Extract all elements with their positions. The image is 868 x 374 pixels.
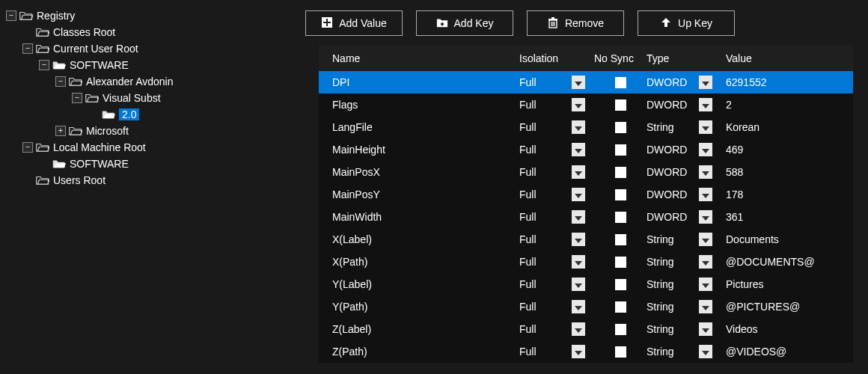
nosync-checkbox[interactable]: [615, 189, 626, 200]
table-row[interactable]: DPIFullDWORD6291552: [319, 71, 853, 94]
folder-open-icon: [69, 126, 82, 136]
cell-type: DWORD: [647, 99, 699, 111]
cell-name: X(Label): [332, 233, 519, 245]
tree-node-users-root[interactable]: Users Root: [6, 172, 293, 188]
table-row[interactable]: MainPosYFullDWORD178: [319, 183, 853, 206]
table-row[interactable]: Y(Label)FullStringPictures: [319, 273, 853, 295]
type-dropdown[interactable]: [699, 210, 712, 224]
isolation-dropdown[interactable]: [572, 98, 585, 111]
isolation-dropdown[interactable]: [572, 143, 585, 156]
up-key-button[interactable]: Up Key: [638, 10, 735, 36]
nosync-checkbox[interactable]: [615, 144, 626, 156]
nosync-checkbox[interactable]: [615, 257, 626, 268]
chevron-down-icon: [702, 166, 709, 178]
plus-box-icon: [321, 16, 333, 31]
button-label: Up Key: [678, 17, 712, 29]
isolation-dropdown[interactable]: [572, 165, 585, 179]
table-row[interactable]: MainWidthFullDWORD361: [319, 206, 853, 228]
col-header-value[interactable]: Value: [721, 52, 853, 64]
expander-icon[interactable]: −: [55, 76, 66, 87]
type-dropdown[interactable]: [699, 322, 712, 336]
table-row[interactable]: X(Label)FullStringDocuments: [319, 228, 853, 251]
tree-node-current-user-root[interactable]: − Current User Root: [6, 40, 293, 57]
nosync-checkbox[interactable]: [615, 77, 626, 88]
cell-name: MainHeight: [332, 144, 519, 156]
cell-type: String: [647, 323, 699, 335]
isolation-dropdown[interactable]: [572, 278, 585, 291]
add-key-button[interactable]: Add Key: [416, 10, 513, 36]
cell-type: DWORD: [647, 188, 699, 200]
isolation-dropdown[interactable]: [572, 188, 585, 201]
table-row[interactable]: FlagsFullDWORD2: [319, 94, 853, 116]
type-dropdown[interactable]: [699, 233, 712, 246]
type-dropdown[interactable]: [699, 255, 712, 269]
expander-icon[interactable]: +: [55, 126, 66, 136]
tree-node-software-lm[interactable]: SOFTWARE: [6, 156, 293, 172]
remove-button[interactable]: Remove: [527, 10, 624, 36]
cell-name: Z(Label): [332, 323, 519, 335]
tree-node-software[interactable]: − SOFTWARE: [6, 57, 293, 73]
nosync-checkbox[interactable]: [615, 212, 626, 223]
table-row[interactable]: MainHeightFullDWORD469: [319, 138, 853, 161]
isolation-dropdown[interactable]: [572, 322, 585, 336]
type-dropdown[interactable]: [699, 98, 712, 111]
tree-node-v20[interactable]: 2.0: [6, 106, 293, 123]
table-row[interactable]: Z(Path)FullString@VIDEOS@: [319, 340, 853, 363]
type-dropdown[interactable]: [699, 300, 712, 313]
table-row[interactable]: X(Path)FullString@DOCUMENTS@: [319, 251, 853, 273]
type-dropdown[interactable]: [699, 120, 712, 134]
chevron-down-icon: [575, 278, 582, 290]
type-dropdown[interactable]: [699, 345, 712, 358]
nosync-checkbox[interactable]: [615, 346, 626, 358]
add-value-button[interactable]: Add Value: [305, 10, 403, 36]
isolation-dropdown[interactable]: [572, 120, 585, 134]
isolation-dropdown[interactable]: [572, 233, 585, 246]
cell-isolation: Full: [519, 233, 572, 245]
expander-icon[interactable]: −: [22, 142, 33, 153]
cell-name: Flags: [332, 99, 519, 111]
nosync-checkbox[interactable]: [615, 279, 626, 290]
tree-node-local-machine-root[interactable]: − Local Machine Root: [6, 139, 293, 156]
nosync-checkbox[interactable]: [615, 122, 626, 133]
cell-type: String: [647, 233, 699, 245]
isolation-dropdown[interactable]: [572, 210, 585, 224]
type-dropdown[interactable]: [699, 278, 712, 291]
cell-isolation: Full: [519, 346, 572, 358]
table-row[interactable]: MainPosXFullDWORD588: [319, 161, 853, 183]
folder-open-icon: [36, 27, 49, 37]
nosync-checkbox[interactable]: [615, 301, 626, 313]
tree-node-visual-subst[interactable]: − Visual Subst: [6, 90, 293, 106]
tree-node-microsoft[interactable]: + Microsoft: [6, 123, 293, 139]
expander-icon[interactable]: −: [6, 10, 16, 21]
col-header-nosync[interactable]: No Sync: [594, 52, 647, 64]
table-row[interactable]: LangFileFullStringKorean: [319, 116, 853, 138]
col-header-isolation[interactable]: Isolation: [519, 52, 572, 64]
type-dropdown[interactable]: [699, 143, 712, 156]
type-dropdown[interactable]: [699, 165, 712, 179]
isolation-dropdown[interactable]: [572, 345, 585, 358]
tree-node-classes-root[interactable]: Classes Root: [6, 24, 293, 40]
expander-icon[interactable]: −: [39, 60, 49, 70]
tree-label: Visual Subst: [103, 92, 161, 104]
isolation-dropdown[interactable]: [572, 255, 585, 269]
isolation-dropdown[interactable]: [572, 76, 585, 89]
nosync-checkbox[interactable]: [615, 324, 626, 335]
table-row[interactable]: Y(Path)FullString@PICTURES@: [319, 295, 853, 318]
table-row[interactable]: Z(Label)FullStringVideos: [319, 318, 853, 340]
col-header-type[interactable]: Type: [647, 52, 699, 64]
expander-icon[interactable]: −: [22, 43, 33, 54]
nosync-checkbox[interactable]: [615, 99, 626, 111]
nosync-checkbox[interactable]: [615, 167, 626, 178]
expander-icon[interactable]: −: [72, 93, 82, 103]
type-dropdown[interactable]: [699, 76, 712, 89]
folder-open-fill-icon: [102, 109, 115, 120]
folder-open-fill-icon: [52, 60, 66, 70]
tree-node-registry[interactable]: − Registry: [6, 7, 293, 24]
tree-node-alexander[interactable]: − Alexander Avdonin: [6, 73, 293, 90]
cell-value: Pictures: [721, 278, 853, 290]
cell-value: 178: [721, 188, 853, 200]
isolation-dropdown[interactable]: [572, 300, 585, 313]
type-dropdown[interactable]: [699, 188, 712, 201]
col-header-name[interactable]: Name: [332, 52, 519, 64]
nosync-checkbox[interactable]: [615, 234, 626, 245]
